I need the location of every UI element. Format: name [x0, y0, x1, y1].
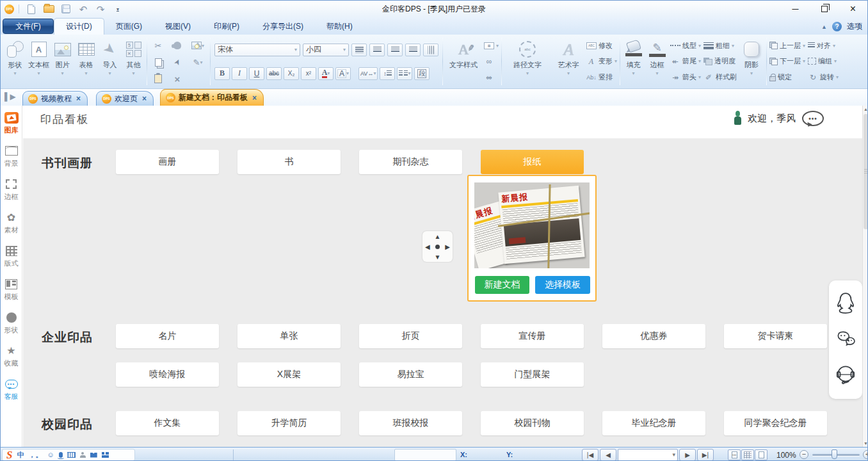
align-center-button[interactable]	[369, 44, 385, 56]
doc-tab-new-document[interactable]: DPS 新建文档：印品看板 ×	[160, 89, 264, 106]
skin-icon[interactable]	[90, 453, 97, 458]
product-album-button[interactable]: 画册	[116, 150, 219, 174]
cut-button[interactable]: ✂	[149, 37, 168, 54]
doc-tab-welcome[interactable]: DPS 欢迎页 ×	[96, 91, 154, 106]
wechat-icon[interactable]	[834, 329, 857, 352]
paste-button[interactable]	[149, 70, 168, 87]
quick-access-customize-button[interactable]: ▾	[110, 3, 125, 15]
insert-picture-button[interactable]: 图片▾	[51, 36, 74, 87]
menu-tab-help[interactable]: 帮助(H)	[315, 18, 364, 35]
hand-tool-button[interactable]	[168, 37, 187, 54]
columns-button[interactable]: ▾	[397, 67, 412, 80]
copy-button[interactable]	[149, 54, 168, 70]
font-family-select[interactable]: 宋体▾	[214, 44, 300, 56]
page-select-dropdown[interactable]	[618, 449, 678, 461]
multi-page-view-button[interactable]	[741, 449, 754, 460]
scrollbar-thumb[interactable]	[864, 114, 868, 229]
product-book-button[interactable]: 书	[237, 150, 341, 174]
path-text-button[interactable]: abc 路径文字▾	[503, 36, 552, 87]
sidebar-item-layout[interactable]: 版式	[1, 239, 22, 272]
art-text-button[interactable]: A 艺术字▾	[552, 36, 585, 87]
product-greeting-card-button[interactable]: 贺卡请柬	[724, 324, 827, 348]
product-business-card-button[interactable]: 名片	[116, 324, 219, 348]
insert-table-button[interactable]: 表格▾	[74, 36, 98, 87]
product-class-paper-button[interactable]: 班报校报	[359, 411, 462, 435]
italic-button[interactable]: I	[232, 67, 247, 80]
open-button[interactable]	[41, 3, 56, 15]
product-resume-button[interactable]: 升学简历	[237, 411, 341, 435]
border-button[interactable]: ✎ 边框▾	[645, 36, 669, 87]
redo-button[interactable]: ↷	[93, 3, 108, 15]
text-style-button[interactable]: A 文字样式	[444, 36, 483, 87]
fill-button[interactable]: 填充▾	[622, 36, 645, 87]
product-coupon-button[interactable]: 优惠券	[602, 324, 705, 348]
subscript-button[interactable]: X₂	[284, 67, 299, 80]
delete-button[interactable]: ×	[168, 70, 187, 87]
product-magazine-button[interactable]: 期刊杂志	[359, 150, 462, 174]
qq-icon[interactable]	[834, 291, 857, 318]
collapse-ribbon-icon[interactable]: ▲	[821, 24, 827, 30]
menu-file-button[interactable]: 文件(F)	[3, 19, 54, 34]
product-x-banner-button[interactable]: X展架	[237, 362, 341, 387]
vertical-scrollbar[interactable]: ▲ ▼	[862, 106, 868, 447]
vertical-text-button[interactable]	[423, 44, 438, 56]
restore-button[interactable]	[810, 1, 839, 17]
first-page-button[interactable]: |◀	[582, 449, 599, 461]
char-spacing-button[interactable]: AV↔▾	[358, 67, 378, 80]
single-page-view-button[interactable]	[755, 449, 768, 460]
align-justify-button[interactable]	[405, 44, 421, 56]
zoom-slider-thumb[interactable]	[832, 449, 837, 459]
product-essay-collection-button[interactable]: 作文集	[116, 411, 219, 435]
product-folded-leaflet-button[interactable]: 折页	[359, 324, 462, 348]
transform-art-button[interactable]: A变形▾	[586, 54, 617, 69]
menu-tab-print[interactable]: 印刷(P)	[202, 18, 251, 35]
product-reunion-album-button[interactable]: 同学聚会纪念册	[724, 411, 827, 435]
paragraph-button[interactable]: 段	[414, 67, 430, 80]
close-tab-icon[interactable]: ×	[76, 94, 81, 103]
insert-shape-button[interactable]: 形状▾	[3, 36, 27, 87]
import-button[interactable]: ➤ 导入▾	[98, 36, 122, 87]
sidebar-item-gallery[interactable]: 图库	[1, 106, 22, 139]
actual-size-view-button[interactable]: 100	[728, 449, 741, 460]
group-button[interactable]: 编组▾	[808, 54, 839, 69]
shadow-button[interactable]: 阴影▾	[738, 36, 765, 87]
link-textboxes-button[interactable]: ∞	[484, 54, 499, 69]
sidebar-item-favorites[interactable]: ★ 收藏	[1, 339, 22, 372]
strikethrough-button[interactable]: abc	[266, 67, 282, 80]
zoom-in-button[interactable]: +	[863, 450, 868, 459]
doc-tab-video-tutorial[interactable]: DPS 视频教程 ×	[22, 91, 88, 106]
feedback-bubble-icon[interactable]: •••	[802, 111, 824, 126]
product-door-stand-button[interactable]: 门型展架	[481, 362, 584, 387]
minimize-button[interactable]: ─	[781, 1, 810, 17]
toolbox-icon[interactable]	[102, 452, 109, 458]
chinese-mode-icon[interactable]: 中	[17, 451, 24, 458]
modify-art-button[interactable]: ABC修改	[586, 38, 617, 53]
bold-button[interactable]: B	[214, 67, 230, 80]
service-headset-icon[interactable]	[834, 363, 857, 388]
product-flyer-button[interactable]: 单张	[237, 324, 341, 348]
close-tab-icon[interactable]: ×	[142, 94, 147, 103]
save-button[interactable]	[58, 3, 74, 15]
help-icon[interactable]: ?	[832, 22, 842, 31]
options-button[interactable]: 选项	[847, 21, 862, 32]
new-document-action-button[interactable]: 新建文档	[475, 276, 529, 294]
font-color-button[interactable]: A▾	[318, 67, 334, 80]
menu-tab-design[interactable]: 设计(D)	[54, 18, 104, 35]
sidebar-item-border[interactable]: 边框	[1, 172, 22, 206]
voice-input-icon[interactable]	[59, 452, 63, 458]
account-icon[interactable]	[80, 452, 86, 458]
send-backward-button[interactable]: 下一层▾	[769, 54, 805, 69]
align-objects-button[interactable]: 对齐▾	[808, 38, 839, 53]
menu-tab-share-export[interactable]: 分享导出(S)	[251, 18, 315, 35]
previous-page-button[interactable]: ◀	[600, 449, 616, 461]
font-size-select[interactable]: 小四▾	[303, 44, 349, 56]
select-tool-button[interactable]: ➤	[168, 54, 187, 70]
product-roll-up-banner-button[interactable]: 易拉宝	[359, 362, 462, 387]
align-left-button[interactable]	[351, 44, 367, 56]
scroll-up-icon[interactable]: ▲	[864, 107, 868, 111]
emoji-icon[interactable]: ☺	[47, 451, 54, 458]
product-brochure-button[interactable]: 宣传册	[481, 324, 584, 348]
next-page-button[interactable]: ▶	[679, 449, 696, 461]
sidebar-item-material[interactable]: ✿ 素材	[1, 206, 22, 239]
align-right-button[interactable]	[387, 44, 403, 56]
